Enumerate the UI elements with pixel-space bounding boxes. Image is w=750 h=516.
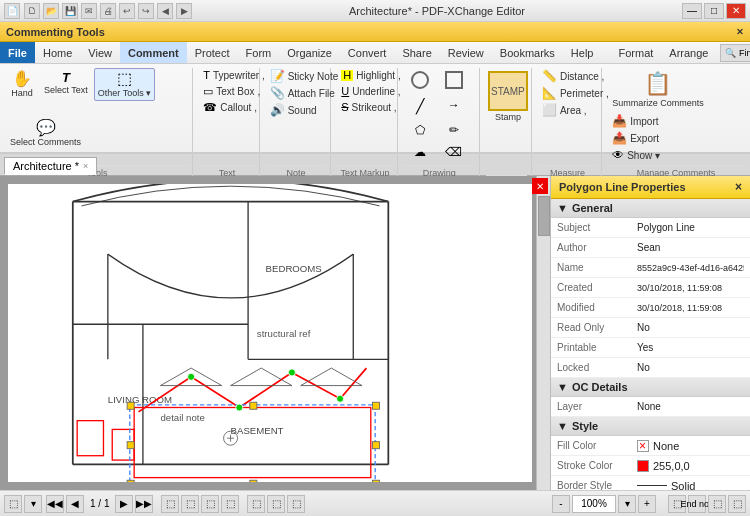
fit-btn-3[interactable]: ⬚ <box>287 495 305 513</box>
fit-btn-2[interactable]: ⬚ <box>267 495 285 513</box>
redo-btn[interactable]: ↪ <box>138 3 154 19</box>
props-content[interactable]: ▼ General Subject Polygon Line Author Se… <box>551 199 750 490</box>
summarize-btn[interactable]: 📋 Summarize Comments <box>608 68 708 111</box>
menu-view[interactable]: View <box>80 42 120 63</box>
fit-btn-1[interactable]: ⬚ <box>247 495 265 513</box>
show-btn[interactable]: 👁 Show ▾ <box>608 147 678 163</box>
svg-text:BEDROOMS: BEDROOMS <box>266 263 322 274</box>
menu-format[interactable]: Format <box>610 42 661 63</box>
next-page-btn[interactable]: ▶ <box>115 495 133 513</box>
menu-file[interactable]: File <box>0 42 35 63</box>
canvas-scrollbar-v[interactable] <box>536 176 550 490</box>
status-view-btns: ⬚ ⬚ ⬚ ⬚ <box>161 495 239 513</box>
cloud-btn[interactable]: ☁ <box>404 142 436 162</box>
import-btn[interactable]: 📥 Import <box>608 113 678 129</box>
props-close-btn[interactable]: × <box>735 180 742 194</box>
export-btn[interactable]: 📤 Export <box>608 130 678 146</box>
select-text-btn[interactable]: T Select Text <box>40 68 92 98</box>
menu-home[interactable]: Home <box>35 42 80 63</box>
last-page-btn[interactable]: ▶▶ <box>135 495 153 513</box>
sound-btn[interactable]: 🔊 Sound <box>266 102 336 118</box>
save-btn[interactable]: 💾 <box>62 3 78 19</box>
menu-comment[interactable]: Comment <box>120 42 187 63</box>
minimize-btn[interactable]: — <box>682 3 702 19</box>
attach-file-btn[interactable]: 📎 Attach File <box>266 85 339 101</box>
highlight-btn[interactable]: H Highlight , <box>337 68 407 83</box>
other-tools-btn[interactable]: ⬚ Other Tools ▾ <box>94 68 155 101</box>
view-btn-2[interactable]: ⬚ <box>181 495 199 513</box>
menu-organize[interactable]: Organize <box>279 42 340 63</box>
eraser-btn[interactable]: ⌫ <box>438 142 470 162</box>
import-icon: 📥 <box>612 115 627 127</box>
zoom-out-btn[interactable]: - <box>552 495 570 513</box>
zoom-in-btn[interactable]: + <box>638 495 656 513</box>
props-row-name: Name 8552a9c9-43ef-4d16-a6425694... <box>551 258 750 278</box>
general-label: General <box>572 202 613 214</box>
props-section-style[interactable]: ▼ Style <box>551 417 750 436</box>
status-nos-btn[interactable]: End nos <box>688 495 706 513</box>
view-btn-4[interactable]: ⬚ <box>221 495 239 513</box>
stamp-btn[interactable]: STAMP Stamp <box>486 68 530 125</box>
strikeout-btn[interactable]: S Strikeout , <box>337 100 407 115</box>
print-btn[interactable]: 🖨 <box>100 3 116 19</box>
zoom-dropdown-btn[interactable]: ▾ <box>618 495 636 513</box>
typewriter-btn[interactable]: T Typewriter , <box>199 68 269 83</box>
sticky-note-btn[interactable]: 📝 Sticky Note <box>266 68 343 84</box>
first-page-btn[interactable]: ◀◀ <box>46 495 64 513</box>
prev-page-btn[interactable]: ◀ <box>66 495 84 513</box>
modified-label: Modified <box>557 302 637 313</box>
back-btn[interactable]: ◀ <box>157 3 173 19</box>
textbox-btn[interactable]: ▭ Text Box , <box>199 84 269 99</box>
undo-btn[interactable]: ↩ <box>119 3 135 19</box>
select-comments-btn[interactable]: 💬 Select Comments <box>6 117 85 150</box>
menu-bookmarks[interactable]: Bookmarks <box>492 42 563 63</box>
svg-text:BASEMENT: BASEMENT <box>231 425 284 436</box>
menu-form[interactable]: Form <box>238 42 280 63</box>
doc-tab-architecture[interactable]: Architecture * × <box>4 157 97 175</box>
polygon-btn[interactable]: ⬠ <box>404 120 436 140</box>
props-section-oc[interactable]: ▼ OC Details <box>551 378 750 397</box>
arrow-icon: → <box>448 98 460 112</box>
rect-btn[interactable] <box>438 68 470 92</box>
banner-close[interactable]: ✕ <box>736 27 744 37</box>
arrow-btn[interactable]: → <box>438 95 470 115</box>
canvas-scroll-thumb[interactable] <box>538 196 550 236</box>
hand-tool-btn[interactable]: ✋ Hand <box>6 68 38 101</box>
menu-share[interactable]: Share <box>394 42 439 63</box>
open-btn[interactable]: 📂 <box>43 3 59 19</box>
props-section-general[interactable]: ▼ General <box>551 199 750 218</box>
line-btn[interactable]: ╱ <box>404 95 436 117</box>
menu-arrange[interactable]: Arrange <box>661 42 716 63</box>
forward-btn[interactable]: ▶ <box>176 3 192 19</box>
status-extra-2[interactable]: ⬚ <box>728 495 746 513</box>
view-btn-3[interactable]: ⬚ <box>201 495 219 513</box>
new-btn[interactable]: 🗋 <box>24 3 40 19</box>
doc-tab-close[interactable]: × <box>83 161 88 171</box>
area-icon: ⬜ <box>542 104 557 116</box>
canvas-close-btn[interactable]: ✕ <box>532 178 548 194</box>
status-icon-1[interactable]: ⬚ <box>4 495 22 513</box>
underline-btn[interactable]: U Underline , <box>337 84 407 99</box>
area-btn[interactable]: ⬜ Area , <box>538 102 608 118</box>
email-btn[interactable]: ✉ <box>81 3 97 19</box>
find-btn[interactable]: 🔍 Find... <box>720 44 750 62</box>
status-fit-btns: ⬚ ⬚ ⬚ <box>247 495 305 513</box>
menu-review[interactable]: Review <box>440 42 492 63</box>
distance-btn[interactable]: 📏 Distance , <box>538 68 608 84</box>
menu-convert[interactable]: Convert <box>340 42 395 63</box>
status-extra-1[interactable]: ⬚ <box>708 495 726 513</box>
ribbon-group-text: T Typewriter , ▭ Text Box , ☎ Callout , … <box>195 68 259 180</box>
perimeter-btn[interactable]: 📐 Perimeter , <box>538 85 613 101</box>
maximize-btn[interactable]: □ <box>704 3 724 19</box>
oval-btn[interactable] <box>404 68 436 92</box>
close-btn[interactable]: ✕ <box>726 3 746 19</box>
view-btn-1[interactable]: ⬚ <box>161 495 179 513</box>
zoom-input[interactable] <box>572 495 616 513</box>
pencil-btn[interactable]: ✏ <box>438 120 470 140</box>
rect-icon <box>445 71 463 89</box>
status-left-icons: ⬚ ▾ <box>4 495 42 513</box>
menu-protect[interactable]: Protect <box>187 42 238 63</box>
callout-btn[interactable]: ☎ Callout , <box>199 100 269 115</box>
status-dropdown[interactable]: ▾ <box>24 495 42 513</box>
menu-help[interactable]: Help <box>563 42 602 63</box>
